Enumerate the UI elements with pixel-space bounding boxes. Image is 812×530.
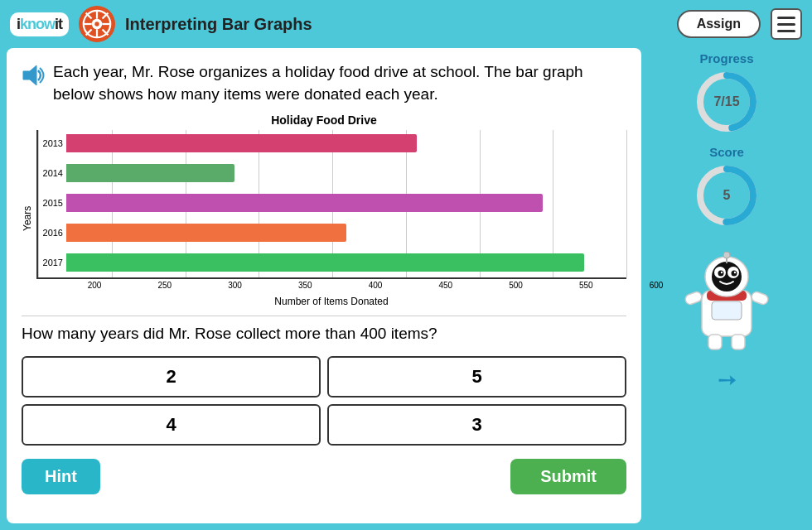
answer-option-c[interactable]: 4 (22, 404, 321, 446)
grid-line (38, 130, 39, 277)
bar-fill (66, 164, 234, 182)
menu-button[interactable] (771, 8, 802, 40)
score-label: Score (709, 145, 744, 159)
svg-rect-29 (684, 291, 703, 306)
svg-point-26 (734, 272, 736, 273)
x-tick-label: 300 (224, 281, 247, 290)
x-tick-label: 350 (293, 281, 317, 290)
assign-button[interactable]: Assign (677, 10, 761, 38)
bar-track (66, 194, 626, 212)
bar-year-label: 2013 (38, 138, 66, 148)
bar-chart: Holiday Food Drive Years 201320142015201… (22, 113, 626, 307)
progress-label: Progress (699, 51, 753, 65)
answer-option-b[interactable]: 5 (327, 356, 626, 398)
bar-year-label: 2017 (38, 258, 66, 267)
robot-mascot (677, 245, 776, 353)
chart-title: Holiday Food Drive (271, 113, 377, 127)
x-tick-label: 500 (505, 281, 528, 290)
svg-marker-11 (23, 65, 36, 85)
svg-point-2 (94, 22, 99, 26)
question-text: Each year, Mr. Rose organizes a holiday … (22, 61, 626, 105)
bottom-bar: Hint Submit (22, 454, 626, 494)
score-circle: 5 (694, 162, 760, 229)
bar-fill (66, 194, 543, 212)
question2-text: How many years did Mr. Rose collect more… (22, 316, 626, 344)
y-axis-label: Years (22, 130, 33, 307)
question-body: Each year, Mr. Rose organizes a holiday … (53, 61, 626, 105)
x-tick-label: 250 (153, 281, 176, 290)
speaker-icon[interactable] (22, 64, 46, 94)
svg-rect-31 (708, 335, 722, 349)
x-tick-label: 400 (364, 281, 387, 290)
bar-year-label: 2016 (38, 228, 66, 238)
bar-fill (66, 134, 417, 152)
svg-point-24 (732, 271, 737, 277)
progress-section: Progress 7/15 (694, 51, 760, 135)
bar-track (66, 134, 626, 152)
progress-value: 7/15 (713, 94, 739, 109)
robot-area (677, 245, 776, 353)
svg-point-23 (718, 271, 724, 277)
svg-point-28 (723, 252, 730, 258)
answer-grid: 2543 (22, 356, 626, 446)
svg-rect-30 (751, 291, 770, 306)
bar-fill (66, 253, 584, 272)
score-value: 5 (723, 188, 731, 203)
x-axis-label: Number of Items Donated (36, 296, 626, 307)
hamburger-line (777, 30, 795, 32)
answer-option-a[interactable]: 2 (22, 356, 321, 398)
submit-button[interactable]: Submit (510, 459, 626, 494)
bar-year-label: 2014 (38, 168, 66, 178)
hamburger-line (777, 23, 795, 26)
lesson-title: Interpreting Bar Graphs (125, 15, 667, 34)
logo: iknowit (10, 12, 69, 36)
hint-button[interactable]: Hint (22, 459, 100, 494)
bar-fill (66, 224, 346, 242)
answer-option-d[interactable]: 3 (327, 404, 626, 446)
svg-point-25 (721, 272, 723, 273)
main-panel: Each year, Mr. Rose organizes a holiday … (7, 48, 641, 523)
svg-rect-17 (712, 301, 742, 320)
hamburger-line (777, 17, 795, 19)
bar-track (66, 224, 626, 242)
x-tick-label: 600 (645, 281, 668, 290)
x-tick-label: 200 (83, 281, 106, 290)
bar-year-label: 2015 (38, 198, 66, 208)
x-tick-label: 450 (434, 281, 457, 290)
score-section: Score 5 (694, 145, 760, 229)
bar-track (66, 164, 626, 182)
next-arrow[interactable]: ➙ (718, 366, 737, 393)
x-tick-label: 550 (574, 281, 597, 290)
svg-rect-32 (732, 335, 745, 349)
progress-circle: 7/15 (694, 69, 760, 135)
bar-track (66, 253, 626, 272)
lesson-icon (79, 6, 115, 42)
grid-line (626, 130, 627, 277)
right-panel: Progress 7/15 Score 5 (648, 48, 805, 523)
